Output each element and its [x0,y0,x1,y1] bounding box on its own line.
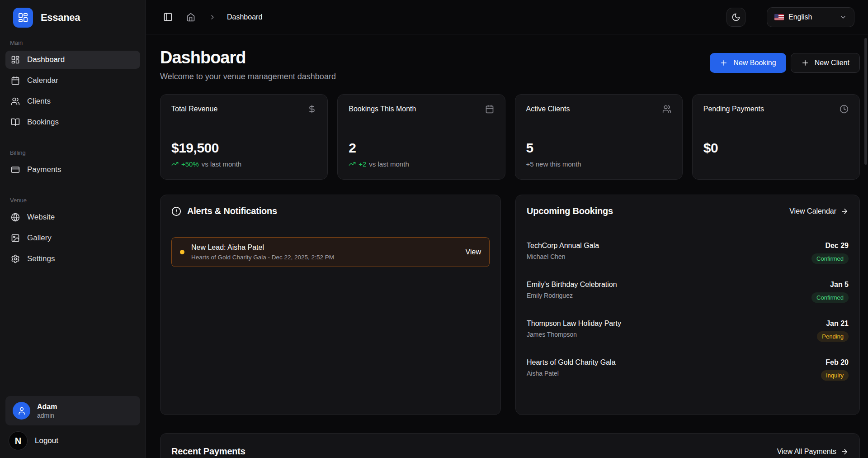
credit-card-icon [11,165,20,174]
sidebar-item-label: Payments [27,165,61,174]
trending-up-icon [349,160,356,167]
booking-row[interactable]: Hearts of Gold Charity Gala Aisha Patel … [527,358,849,381]
users-icon [11,97,20,106]
booking-date: Feb 20 [826,358,849,367]
chevron-right-icon [209,14,216,21]
stat-sub-text: +5 new this month [526,160,581,168]
view-calendar-link[interactable]: View Calendar [789,207,849,215]
stat-label: Pending Payments [703,105,764,113]
sidebar-item-payments[interactable]: Payments [5,161,140,179]
globe-icon [11,213,20,222]
clock-icon [840,105,849,114]
topbar: Dashboard English [146,0,868,34]
main-area: Dashboard English Dashboard Welcome to y… [146,0,868,458]
stat-label: Bookings This Month [349,105,416,113]
booking-name: Hearts of Gold Charity Gala [527,358,616,367]
booking-client: Emily Rodriguez [527,292,617,299]
new-booking-button[interactable]: New Booking [710,53,786,73]
booking-date: Dec 29 [825,242,849,250]
calendar-icon [485,105,494,114]
booking-row[interactable]: Emily's Birthday Celebration Emily Rodri… [527,281,849,303]
breadcrumb-current: Dashboard [227,13,262,21]
stat-delta-suffix: vs last month [202,160,241,168]
panel-left-icon [163,12,173,22]
sidebar-item-website[interactable]: Website [5,208,140,226]
sidebar-item-label: Website [27,213,55,222]
sidebar-item-settings[interactable]: Settings [5,250,140,268]
theme-toggle-button[interactable] [726,8,745,27]
status-badge: Inquiry [821,370,849,381]
stat-value: 2 [349,140,494,156]
alert-detail: Hearts of Gold Charity Gala - Dec 22, 20… [191,254,334,261]
sidebar-item-label: Bookings [27,118,59,127]
new-client-button[interactable]: New Client [791,53,860,73]
alert-item: New Lead: Aisha Patel Hearts of Gold Cha… [171,237,490,267]
recent-payments-title: Recent Payments [171,446,245,457]
image-icon [11,234,20,243]
sidebar-item-bookings[interactable]: Bookings [5,113,140,131]
booking-client: Aisha Patel [527,370,616,377]
user-card[interactable]: Adam admin [5,396,140,425]
logout-button[interactable]: N Logout [5,432,140,450]
booking-date: Jan 21 [826,320,849,328]
stat-delta-suffix: vs last month [369,160,409,168]
brand[interactable]: Essanea [5,0,140,28]
booking-client: James Thompson [527,331,621,338]
breadcrumb-home-button[interactable] [186,13,195,22]
sidebar-item-label: Dashboard [27,55,65,64]
language-selected-label: English [788,13,812,21]
stat-label: Total Revenue [171,105,217,113]
layout-dashboard-icon [11,55,20,64]
booking-row[interactable]: Thompson Law Holiday Party James Thompso… [527,320,849,342]
avatar [13,402,30,420]
page-subtitle: Welcome to your venue management dashboa… [160,72,336,81]
sidebar-toggle-button[interactable] [163,12,173,22]
alert-circle-icon [171,206,181,216]
user-role: admin [37,412,57,419]
sidebar-item-label: Calendar [27,76,58,85]
trending-up-icon [171,160,179,167]
alert-view-link[interactable]: View [466,248,481,256]
chevron-down-icon [840,14,847,21]
book-open-icon [11,118,20,127]
language-select[interactable]: English [767,7,854,27]
sidebar-item-dashboard[interactable]: Dashboard [5,51,140,69]
recent-payments-card: Recent Payments View All Payments [160,433,860,458]
alert-title: New Lead: Aisha Patel [191,243,334,252]
booking-name: TechCorp Annual Gala [527,242,599,250]
calendar-icon [11,76,20,85]
home-icon [186,13,195,22]
scrollbar-thumb[interactable] [864,38,867,165]
booking-list: TechCorp Annual Gala Michael Chen Dec 29… [527,242,849,381]
brand-logo-icon [13,8,33,28]
stats-grid: Total Revenue $19,500 +50% vs last month… [160,94,860,180]
stat-label: Active Clients [526,105,570,113]
sidebar-nav: Main Dashboard Calendar Clients Bookings… [5,39,140,396]
stat-card-bookings-month: Bookings This Month 2 +2 vs last month [337,94,505,180]
logout-label: Logout [35,436,58,445]
us-flag-icon [774,14,784,20]
status-badge: Pending [817,331,849,342]
stat-delta: +2 [359,160,366,168]
gear-icon [11,254,20,263]
logout-badge-icon: N [9,432,27,450]
sidebar-item-gallery[interactable]: Gallery [5,229,140,247]
brand-name: Essanea [41,12,80,24]
status-badge: Confirmed [811,292,849,303]
booking-row[interactable]: TechCorp Annual Gala Michael Chen Dec 29… [527,242,849,264]
view-all-payments-link[interactable]: View All Payments [777,448,849,456]
sidebar-item-label: Settings [27,254,55,263]
booking-client: Michael Chen [527,253,599,260]
stat-value: $19,500 [171,140,316,156]
sidebar-item-calendar[interactable]: Calendar [5,72,140,90]
upcoming-title: Upcoming Bookings [527,206,613,216]
users-icon [662,105,671,114]
new-client-label: New Client [815,59,849,67]
stat-value: 5 [526,140,671,156]
sidebar-item-clients[interactable]: Clients [5,92,140,110]
stat-delta: +50% [181,160,199,168]
view-all-payments-label: View All Payments [777,448,836,456]
sidebar-item-label: Gallery [27,234,52,243]
section-label-main: Main [5,39,140,46]
status-badge: Confirmed [811,253,849,264]
